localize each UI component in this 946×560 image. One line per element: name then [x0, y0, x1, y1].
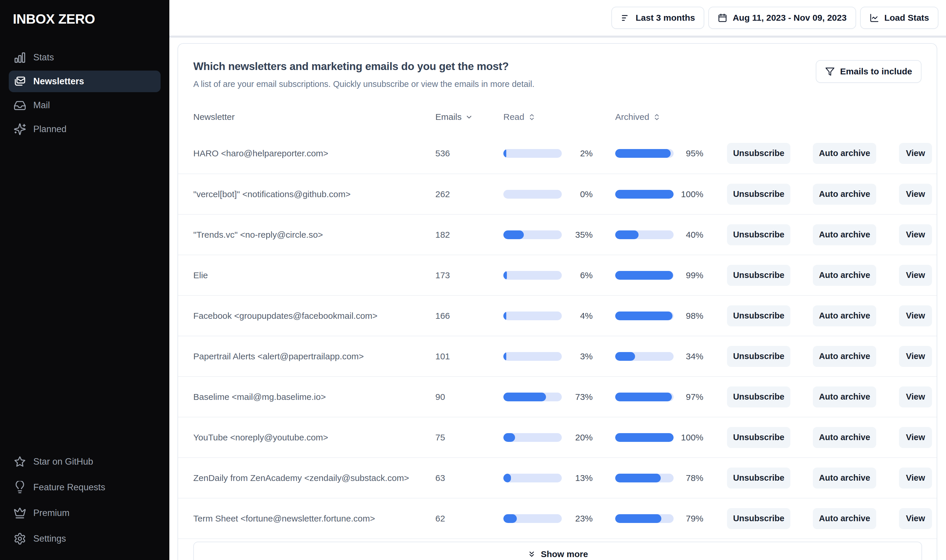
view-button[interactable]: View: [899, 305, 932, 326]
date-range-label: Aug 11, 2023 - Nov 09, 2023: [733, 13, 846, 23]
unsubscribe-button[interactable]: Unsubscribe: [727, 386, 790, 408]
archived-cell: 100%: [615, 189, 704, 199]
sidebar-item-premium[interactable]: Premium: [9, 502, 160, 524]
read-percent: 13%: [562, 473, 593, 483]
archived-bar-fill: [615, 231, 639, 239]
show-more-button[interactable]: Show more: [193, 542, 922, 560]
auto-archive-button[interactable]: Auto archive: [813, 508, 876, 529]
sidebar-item-label: Mail: [33, 100, 50, 111]
sidebar-nav: Stats Newsletters: [0, 47, 169, 140]
archived-bar: [615, 433, 674, 442]
unsubscribe-button[interactable]: Unsubscribe: [727, 468, 790, 489]
view-button[interactable]: View: [899, 265, 932, 286]
auto-archive-button[interactable]: Auto archive: [813, 224, 876, 245]
chevrons-up-down-icon: [653, 113, 661, 121]
auto-archive-button[interactable]: Auto archive: [813, 346, 876, 367]
read-bar-fill: [503, 231, 524, 239]
topbar-divider: [169, 35, 946, 38]
view-button[interactable]: View: [899, 386, 932, 408]
auto-archive-button[interactable]: Auto archive: [813, 265, 876, 286]
sidebar-item-mail[interactable]: Mail: [9, 94, 160, 116]
column-read[interactable]: Read: [503, 112, 593, 122]
newsletter-name: "Trends.vc" <no-reply@circle.so>: [193, 230, 435, 240]
column-archived[interactable]: Archived: [615, 112, 704, 122]
sidebar-item-newsletters[interactable]: Newsletters: [9, 71, 160, 92]
view-button[interactable]: View: [899, 184, 932, 205]
unsubscribe-button[interactable]: Unsubscribe: [727, 265, 790, 286]
sidebar-item-feature-requests[interactable]: Feature Requests: [9, 477, 160, 498]
archived-percent: 78%: [674, 473, 704, 483]
archived-percent: 97%: [674, 392, 704, 402]
sidebar-item-stats[interactable]: Stats: [9, 47, 160, 68]
archived-bar: [615, 271, 674, 280]
date-range-button[interactable]: Aug 11, 2023 - Nov 09, 2023: [708, 7, 856, 29]
unsubscribe-button[interactable]: Unsubscribe: [727, 224, 790, 245]
newsletter-name: Term Sheet <fortune@newsletter.fortune.c…: [193, 514, 435, 523]
table-row: Papertrail Alerts <alert@papertrailapp.c…: [178, 336, 937, 376]
auto-archive-button[interactable]: Auto archive: [813, 386, 876, 408]
read-bar-fill: [503, 514, 517, 523]
view-button[interactable]: View: [899, 427, 932, 448]
sidebar-item-label: Stats: [33, 52, 54, 63]
sidebar-item-star-on-github[interactable]: Star on GitHub: [9, 451, 160, 472]
auto-archive-button[interactable]: Auto archive: [813, 427, 876, 448]
read-cell: 2%: [503, 148, 593, 158]
archived-bar-fill: [615, 514, 661, 523]
unsubscribe-button[interactable]: Unsubscribe: [727, 143, 790, 164]
auto-archive-button[interactable]: Auto archive: [813, 143, 876, 164]
sidebar: INBOX ZERO Stats: [0, 0, 169, 560]
sidebar-item-label: Premium: [33, 508, 69, 518]
emails-count: 262: [435, 189, 503, 199]
sidebar-item-planned[interactable]: Planned: [9, 118, 160, 140]
archived-cell: 95%: [615, 148, 704, 158]
view-button[interactable]: View: [899, 508, 932, 529]
filter-lines-icon: [621, 13, 630, 23]
newsletter-name: ZenDaily from ZenAcademy <zendaily@subst…: [193, 473, 435, 483]
date-preset-button[interactable]: Last 3 months: [611, 7, 704, 29]
newsletter-name: YouTube <noreply@youtube.com>: [193, 432, 435, 443]
read-percent: 4%: [562, 311, 593, 321]
archived-bar-fill: [615, 474, 661, 482]
table-row: "Trends.vc" <no-reply@circle.so> 182 35%…: [178, 214, 937, 255]
auto-archive-button[interactable]: Auto archive: [813, 305, 876, 326]
unsubscribe-button[interactable]: Unsubscribe: [727, 346, 790, 367]
archived-percent: 99%: [674, 270, 704, 280]
table-row: Term Sheet <fortune@newsletter.fortune.c…: [178, 498, 937, 538]
archived-bar: [615, 352, 674, 361]
archived-bar-fill: [615, 352, 635, 361]
view-button[interactable]: View: [899, 468, 932, 489]
table-row: Facebook <groupupdates@facebookmail.com>…: [178, 295, 937, 336]
emails-count: 63: [435, 473, 503, 483]
view-button[interactable]: View: [899, 346, 932, 367]
emails-to-include-label: Emails to include: [840, 66, 912, 77]
archived-bar-fill: [615, 392, 672, 402]
table-row: ZenDaily from ZenAcademy <zendaily@subst…: [178, 457, 937, 498]
sidebar-item-label: Feature Requests: [33, 482, 105, 492]
unsubscribe-button[interactable]: Unsubscribe: [727, 305, 790, 326]
read-bar-fill: [503, 149, 506, 158]
auto-archive-button[interactable]: Auto archive: [813, 468, 876, 489]
read-bar: [503, 231, 562, 239]
sidebar-footer-nav: Star on GitHub Feature Requests: [0, 451, 169, 549]
read-bar-fill: [503, 311, 506, 320]
table-row: Baselime <mail@mg.baselime.io> 90 73% 97…: [178, 376, 937, 417]
load-stats-button[interactable]: Load Stats: [860, 7, 938, 29]
archived-cell: 100%: [615, 432, 704, 443]
chevrons-down-icon: [527, 549, 536, 558]
read-percent: 3%: [562, 351, 593, 362]
emails-count: 90: [435, 392, 503, 402]
view-button[interactable]: View: [899, 224, 932, 245]
newsletter-name: Facebook <groupupdates@facebookmail.com>: [193, 311, 435, 321]
sidebar-item-settings[interactable]: Settings: [9, 528, 160, 549]
view-button[interactable]: View: [899, 143, 932, 164]
unsubscribe-button[interactable]: Unsubscribe: [727, 184, 790, 205]
emails-to-include-button[interactable]: Emails to include: [816, 60, 921, 83]
unsubscribe-button[interactable]: Unsubscribe: [727, 508, 790, 529]
show-more-label: Show more: [541, 549, 588, 559]
unsubscribe-button[interactable]: Unsubscribe: [727, 427, 790, 448]
archived-cell: 79%: [615, 514, 704, 523]
read-bar: [503, 352, 562, 361]
auto-archive-button[interactable]: Auto archive: [813, 184, 876, 205]
archived-bar: [615, 190, 674, 198]
column-emails[interactable]: Emails: [435, 112, 503, 122]
